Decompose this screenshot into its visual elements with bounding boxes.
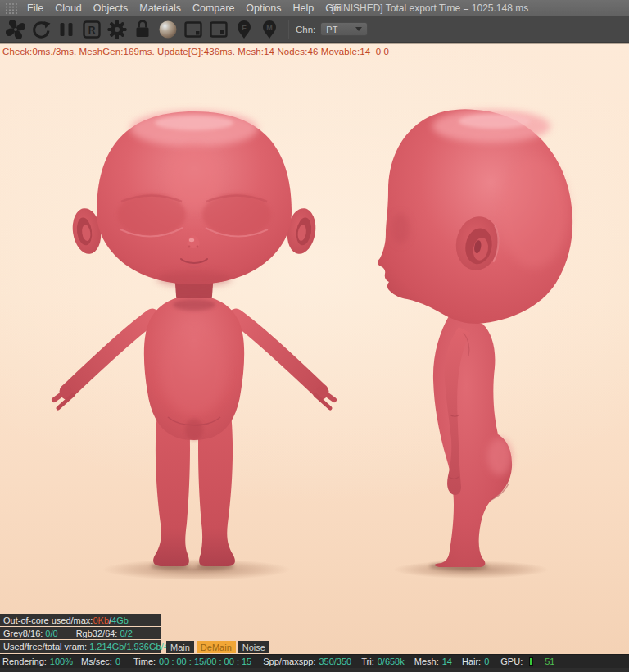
chevron-down-icon: [355, 27, 362, 31]
out-of-core-row: Out-of-core used/max:0Kb/4Gb: [0, 614, 161, 626]
render-image: [0, 44, 629, 654]
toolbar: R: [0, 16, 629, 43]
menu-help[interactable]: Help: [292, 2, 314, 14]
grey-value: 0/0: [45, 629, 57, 638]
tri-value: 0/658k: [378, 656, 405, 666]
rendering-value: 100%: [50, 656, 73, 666]
rgb-label: Rgb32/64:: [76, 629, 120, 638]
restart-region-icon[interactable]: R: [80, 18, 103, 41]
mesh-label: Mesh:: [414, 656, 439, 666]
pause-render-icon[interactable]: [55, 18, 78, 41]
figure-front-view: [54, 111, 334, 566]
hair-label: Hair:: [462, 656, 481, 666]
out-of-core-label: Out-of-core used/max:: [3, 615, 93, 625]
time-value: 00 : 00 : 15/00 : 00 : 15: [159, 656, 251, 666]
film-region-icon[interactable]: [207, 18, 230, 41]
menu-options[interactable]: Options: [246, 2, 281, 14]
gpu-meter: [529, 657, 533, 666]
material-picker-pin-icon[interactable]: M: [258, 18, 281, 41]
time-label: Time:: [133, 656, 156, 666]
material-pin-glyph: M: [266, 23, 273, 31]
focus-pin-glyph: F: [242, 23, 247, 31]
tri-label: Tri:: [361, 656, 373, 666]
octane-fan-icon[interactable]: [4, 18, 27, 41]
octane-render-window: File Cloud Objects Materials Compare Opt…: [0, 0, 629, 672]
pass-buttons: Main DeMain Noise: [166, 641, 269, 653]
out-of-core-max: 4Gb: [111, 615, 129, 625]
gpu-value: 51: [545, 656, 554, 666]
hair-value: 0: [484, 656, 489, 666]
menu-compare[interactable]: Compare: [192, 2, 234, 14]
menu-objects[interactable]: Objects: [93, 2, 128, 14]
mesh-value: 14: [442, 656, 452, 666]
viewport-status-line: Check:0ms./3ms. MeshGen:169ms. Update[G]…: [2, 47, 389, 57]
texture-stats-row: Grey8/16: 0/0 Rgb32/64: 0/2: [0, 627, 161, 639]
gpu-label: GPU:: [500, 656, 523, 666]
grey-label: Grey8/16:: [3, 629, 45, 638]
status-bar: Rendering: 100% Ms/sec: 0 Time: 00 : 00 …: [0, 654, 629, 668]
channel-value: PT: [326, 25, 337, 34]
menu-bar: File Cloud Objects Materials Compare Opt…: [0, 0, 629, 16]
focus-picker-pin-icon[interactable]: F: [233, 18, 256, 41]
main-pass-button[interactable]: Main: [166, 641, 194, 653]
vram-label: Used/free/total vram:: [3, 642, 89, 652]
noise-pass-button[interactable]: Noise: [238, 641, 269, 653]
lock-resolution-icon[interactable]: [131, 18, 154, 41]
render-viewport[interactable]: Check:0ms./3ms. MeshGen:169ms. Update[G]…: [0, 44, 629, 654]
export-time-status: [FINISHED] Total export Time = 1025.148 …: [332, 2, 528, 14]
window-bottom-edge: [0, 668, 629, 672]
mssec-value: 0: [115, 656, 120, 666]
channel-label: Chn:: [296, 25, 315, 34]
figure-side-view: [378, 109, 572, 567]
menu-materials[interactable]: Materials: [139, 2, 181, 14]
toolbar-separator: [288, 20, 289, 39]
render-ball-icon[interactable]: [156, 18, 179, 41]
menu-file[interactable]: File: [27, 2, 43, 14]
demain-pass-button[interactable]: DeMain: [197, 641, 236, 653]
rendering-label: Rendering:: [2, 656, 47, 666]
app-grid-icon: [5, 2, 18, 15]
restart-r-glyph: R: [88, 24, 96, 35]
settings-gear-icon[interactable]: [106, 18, 129, 41]
rgb-value: 0/2: [120, 629, 132, 638]
spp-value: 350/350: [319, 656, 351, 666]
region-picker-icon[interactable]: [182, 18, 205, 41]
vram-row: Used/free/total vram: 1.214Gb/1.936Gb/4G…: [0, 640, 161, 653]
spp-label: Spp/maxspp:: [263, 656, 315, 666]
mssec-label: Ms/sec:: [81, 656, 112, 666]
restart-render-icon[interactable]: [29, 18, 52, 41]
out-of-core-used: 0Kb: [93, 615, 109, 625]
menu-cloud[interactable]: Cloud: [55, 2, 82, 14]
channel-dropdown[interactable]: PT: [320, 22, 368, 36]
